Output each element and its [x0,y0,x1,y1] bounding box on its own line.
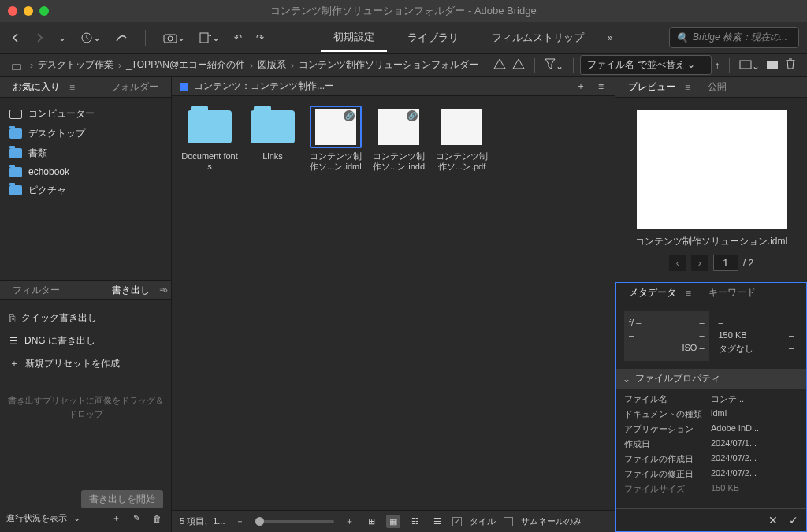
file-item-indd[interactable]: 🔗 コンテンツ制作ソ...ン.indd [370,106,427,172]
favorites-desktop[interactable]: デスクトップ [6,124,165,143]
rating-filter-2-icon[interactable] [509,55,528,75]
export-panel-tab[interactable]: 書き出し [106,281,156,300]
recent-icon[interactable]: ⌄ [77,28,104,47]
rotate-ccw-icon[interactable]: ↶ [231,29,245,47]
chevron-down-icon[interactable]: ⌄ [55,29,69,47]
workspace-libraries-tab[interactable]: ライブラリ [395,24,471,51]
dng-export-button[interactable]: ☰DNG に書き出し [6,329,165,352]
open-recent-icon[interactable]: ⌄ [736,55,763,75]
breadcrumb-4[interactable]: コンテンツ制作ソリューションフォルダー [299,58,478,72]
metadata-summary: f/ –– –– ISO – – 150 KB– タグなし– [616,303,806,369]
breadcrumb-3[interactable]: 図版系 [258,58,286,72]
thumbnail-size-slider[interactable] [255,520,334,523]
folder-item[interactable]: Document fonts [181,106,238,172]
window-close-button[interactable] [8,6,17,16]
rating-filter-icon[interactable] [490,55,509,75]
window-minimize-button[interactable] [24,6,33,16]
link-badge-icon: 🔗 [344,110,355,121]
metadata-apply-icon[interactable]: ✓ [789,514,798,526]
svg-rect-5 [740,61,751,69]
page-next-icon[interactable]: › [691,255,708,271]
breadcrumb-2[interactable]: _TOPPAN@エコー紹介の件 [126,58,245,72]
boomerang-icon[interactable] [112,28,131,47]
favorites-pictures[interactable]: ピクチャ [6,180,165,200]
document-thumb: 🔗 [315,109,356,145]
panel-menu-icon[interactable]: ≡ [595,78,607,95]
collapse-icon[interactable]: » [162,285,168,296]
view-lock-icon[interactable]: ⊞ [365,515,378,528]
window-zoom-button[interactable] [39,6,49,16]
workspace-overflow-icon[interactable]: » [604,29,616,47]
view-details-icon[interactable]: ☷ [408,515,422,528]
publish-panel-tab[interactable]: 公開 [701,77,733,97]
preview-caption: コンテンツ制作ソリューション.idml [622,235,801,248]
search-input[interactable]: 🔍 Bridge 検索：現在の... [669,27,799,48]
folder-icon [9,185,22,195]
page-prev-icon[interactable]: ‹ [669,255,686,271]
output-icon[interactable]: ⌄ [196,29,223,47]
sort-direction-icon[interactable]: ↑ [712,57,723,74]
toolbar: ⌄ ⌄ ⌄ ⌄ ↶ ↷ 初期設定 ライブラリ フィルムストリップ » 🔍 Bri… [0,22,807,54]
nav-forward-icon[interactable] [32,30,47,46]
page-input[interactable] [713,255,738,271]
thumbnail-only-checkbox[interactable] [504,517,513,526]
quick-export-button[interactable]: ⎘クイック書き出し [6,307,165,329]
panel-menu-icon[interactable]: ≡ [69,82,75,93]
camera-import-icon[interactable]: ⌄ [160,29,188,47]
favorites-documents[interactable]: 書類 [6,143,165,163]
content-path-label: コンテンツ：コンテンツ制作...ー [194,80,334,93]
folder-icon [251,110,295,143]
file-properties-section-header[interactable]: ⌄ ファイルプロパティ [616,369,806,389]
favorites-echobook[interactable]: echobook [6,163,165,180]
workspace-filmstrip-tab[interactable]: フィルムストリップ [479,24,597,51]
add-tab-icon[interactable]: ＋ [573,76,589,96]
export-hint: 書き出すプリセットに画像をドラッグ＆ドロップ [6,394,165,420]
sort-dropdown[interactable]: ファイル名 で並べ替え ⌄ [580,55,712,75]
add-icon[interactable]: ＋ [109,509,124,527]
new-folder-icon[interactable] [763,55,782,75]
panel-menu-icon[interactable]: ≡ [685,82,690,93]
keywords-panel-tab[interactable]: キーワード [702,283,762,303]
view-list-icon[interactable]: ☰ [430,515,444,528]
progress-expand-icon[interactable]: ⌄ [73,513,80,523]
breadcrumb-1[interactable]: デスクトップ作業 [38,58,113,72]
file-item-idml[interactable]: 🔗 コンテンツ制作ソ...ン.idml [307,106,364,172]
content-grid: Document fonts Links 🔗 コンテンツ制作ソ...ン.idml… [172,96,615,510]
search-placeholder: Bridge 検索：現在の... [693,31,787,44]
folder-icon [9,167,22,177]
tile-checkbox[interactable]: ✓ [452,517,462,526]
delete-icon[interactable]: 🗑 [150,511,165,526]
svg-rect-4 [13,65,20,70]
start-export-button[interactable]: 書き出しを開始 [81,490,163,504]
window-title: コンテンツ制作ソリューションフォルダー - Adobe Bridge [270,4,536,18]
progress-label[interactable]: 進行状況を表示 [6,512,67,524]
preview-panel-tab[interactable]: プレビュー [622,77,682,97]
svg-point-2 [168,36,173,41]
metadata-panel-tab[interactable]: メタデータ [623,283,682,303]
folder-icon [188,110,232,143]
edit-icon[interactable]: ✎ [130,510,143,526]
zoom-out-icon[interactable]: － [232,514,247,529]
rotate-cw-icon[interactable]: ↷ [253,29,267,47]
folders-panel-tab[interactable]: フォルダー [105,77,165,97]
filter-funnel-icon[interactable]: ⌄ [541,55,567,75]
filter-panel-tab[interactable]: フィルター [6,281,66,300]
document-thumb [441,109,482,145]
nav-back-icon[interactable] [8,30,24,46]
workspace-essentials-tab[interactable]: 初期設定 [321,24,387,52]
metadata-cancel-icon[interactable]: ✕ [768,514,778,526]
view-grid-icon[interactable]: ▦ [386,515,400,528]
zoom-in-icon[interactable]: ＋ [342,514,357,529]
panel-menu-icon[interactable]: ≡ [686,288,691,299]
file-item-pdf[interactable]: コンテンツ制作ソ...ン.pdf [433,106,490,172]
favorites-panel-tab[interactable]: お気に入り [6,77,66,97]
home-icon[interactable] [8,58,25,73]
item-count-label: 5 項目、1... [180,515,225,527]
preview-thumbnail [637,110,787,229]
folder-item[interactable]: Links [244,106,301,172]
plus-icon: ＋ [9,357,19,370]
path-bar: › デスクトップ作業 › _TOPPAN@エコー紹介の件 › 図版系 › コンテ… [0,54,807,77]
favorites-computer[interactable]: コンピューター [6,104,165,124]
trash-icon[interactable] [782,55,799,75]
new-preset-button[interactable]: ＋新規プリセットを作成 [6,352,165,375]
